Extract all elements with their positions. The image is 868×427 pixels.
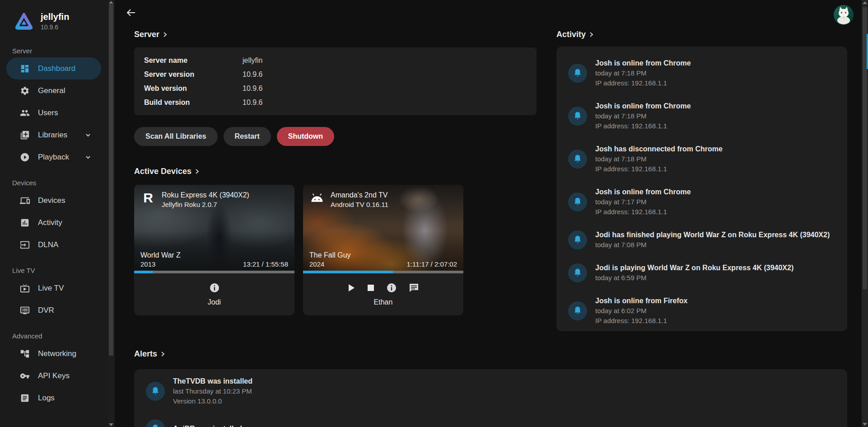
- stop-button[interactable]: [368, 285, 374, 291]
- feed-item-title: Josh is online from Chrome: [595, 58, 691, 68]
- list-item: AniDB was installed: [146, 419, 835, 427]
- feed-item-detail: IP address: 192.168.1.1: [595, 121, 691, 131]
- jellyfin-logo-icon: [14, 11, 34, 32]
- app-version: 10.9.6: [41, 23, 69, 31]
- sidebar-scrollbar-thumb[interactable]: [109, 4, 113, 356]
- bell-icon: [151, 424, 160, 427]
- libraries-icon: [20, 130, 30, 140]
- sidebar-item-dlna[interactable]: DLNA: [6, 234, 101, 256]
- sidebar-item-api-keys[interactable]: API Keys: [6, 365, 101, 387]
- server-info-row: Server version 10.9.6: [144, 70, 527, 79]
- bell-icon: [573, 235, 582, 245]
- gear-icon: [20, 86, 30, 96]
- activity-card: Josh is online from Chrome today at 7:18…: [556, 47, 847, 331]
- restart-button[interactable]: Restart: [224, 127, 271, 146]
- feed-item-time: today at 7:18 PM: [595, 111, 691, 121]
- feed-item-title: Jodi is playing World War Z on Roku Expr…: [595, 263, 793, 273]
- sidebar-item-users[interactable]: Users: [6, 102, 101, 124]
- row-label: Web version: [144, 84, 243, 93]
- scan-all-libraries-button[interactable]: Scan All Libraries: [134, 127, 218, 146]
- scroll-up-icon[interactable]: [109, 1, 113, 4]
- info-button[interactable]: [210, 283, 219, 293]
- sidebar-item-playback[interactable]: Playback: [6, 146, 101, 168]
- notification-badge: [146, 419, 165, 427]
- playback-progress-fill: [303, 271, 393, 273]
- sidebar-item-dashboard[interactable]: Dashboard: [6, 57, 101, 80]
- media-title: World War Z: [140, 250, 181, 260]
- row-label: Server name: [144, 56, 243, 65]
- info-icon: [210, 283, 219, 293]
- sidebar: jellyfin 10.9.6 Server Dashboard General…: [0, 0, 107, 427]
- sidebar-item-label: General: [38, 86, 65, 95]
- scroll-down-icon[interactable]: [863, 423, 867, 426]
- list-item: Jodi has finished playing World War Z on…: [568, 230, 835, 250]
- sidebar-item-live-tv[interactable]: Live TV: [6, 277, 101, 299]
- notification-badge: [568, 107, 587, 126]
- sidebar-item-libraries[interactable]: Libraries: [6, 124, 101, 146]
- sidebar-item-devices[interactable]: Devices: [6, 189, 101, 211]
- playback-progress-fill: [134, 271, 153, 273]
- activity-heading-label: Activity: [556, 30, 586, 39]
- server-info-row: Server name jellyfin: [144, 56, 527, 65]
- feed-item-detail: IP address: 192.168.1.1: [595, 316, 687, 326]
- bell-icon: [573, 111, 582, 121]
- row-label: Server version: [144, 70, 243, 79]
- sidebar-item-general[interactable]: General: [6, 80, 101, 102]
- feed-item-title: Jodi has finished playing World War Z on…: [595, 230, 830, 240]
- scroll-up-icon[interactable]: [863, 1, 867, 4]
- feed-item-detail: IP address: 192.168.1.1: [595, 164, 723, 174]
- server-section-heading[interactable]: Server: [134, 30, 537, 39]
- sidebar-item-networking[interactable]: Networking: [6, 343, 101, 365]
- app-name: jellyfin: [41, 12, 69, 22]
- server-info-card: Server name jellyfin Server version 10.9…: [134, 47, 537, 115]
- sidebar-item-label: DVR: [38, 306, 54, 315]
- active-devices-heading-label: Active Devices: [134, 167, 191, 176]
- message-button[interactable]: [409, 283, 419, 292]
- feed-item-title: Josh has disconnected from Chrome: [595, 144, 723, 154]
- sidebar-item-dvr[interactable]: DVR: [6, 299, 101, 321]
- list-item: Josh is online from Firefox today at 6:0…: [568, 296, 835, 326]
- server-info-row: Web version 10.9.6: [144, 84, 527, 93]
- playback-icon: [20, 152, 30, 162]
- user-avatar[interactable]: [834, 5, 854, 25]
- roku-icon: R: [140, 190, 156, 206]
- shutdown-button[interactable]: Shutdown: [277, 127, 334, 146]
- info-button[interactable]: [387, 283, 397, 293]
- playback-progress-bar: [303, 271, 463, 273]
- chevron-right-icon: [163, 32, 167, 38]
- bell-icon: [573, 68, 582, 78]
- activity-section-heading[interactable]: Activity: [556, 30, 847, 39]
- dashboard-icon: [20, 64, 30, 74]
- device-name: Roku Express 4K (3940X2): [162, 190, 249, 200]
- device-card-android-tv: Amanda's 2nd TV Android TV 0.16.11 The F…: [303, 185, 463, 315]
- playback-progress-bar: [134, 271, 294, 273]
- alerts-section-heading[interactable]: Alerts: [134, 349, 847, 358]
- live-tv-icon: [20, 283, 30, 293]
- users-icon: [20, 108, 30, 118]
- sidebar-item-logs[interactable]: Logs: [6, 387, 101, 409]
- client-version: Jellyfin Roku 2.0.7: [162, 200, 249, 209]
- feed-item-title: Josh is online from Chrome: [595, 101, 691, 111]
- scroll-down-icon[interactable]: [109, 423, 113, 426]
- chevron-down-icon: [85, 154, 91, 160]
- feed-item-detail: IP address: 192.168.1.1: [595, 78, 691, 88]
- sidebar-item-activity[interactable]: Activity: [6, 211, 101, 234]
- alerts-heading-label: Alerts: [134, 349, 157, 358]
- sidebar-section-livetv: Live TV: [12, 267, 107, 274]
- chevron-right-icon: [161, 351, 165, 357]
- back-button[interactable]: [126, 7, 138, 20]
- main-content: Server Server name jellyfin Server versi…: [115, 0, 862, 427]
- sidebar-item-label: Dashboard: [38, 64, 75, 73]
- info-icon: [387, 283, 397, 293]
- sidebar-item-label: Networking: [38, 349, 76, 358]
- bell-icon: [573, 268, 582, 278]
- active-devices-heading[interactable]: Active Devices: [134, 167, 537, 176]
- feed-item-time: today at 7:08 PM: [595, 240, 830, 250]
- feed-item-title: Josh is online from Chrome: [595, 187, 691, 197]
- play-button[interactable]: [348, 284, 355, 292]
- playback-time: 1:11:17 / 2:07:02: [407, 260, 457, 268]
- sidebar-scrollbar[interactable]: [107, 0, 115, 427]
- list-item: Josh has disconnected from Chrome today …: [568, 144, 835, 174]
- app-logo-row: jellyfin 10.9.6: [14, 11, 107, 32]
- bell-icon: [573, 154, 582, 164]
